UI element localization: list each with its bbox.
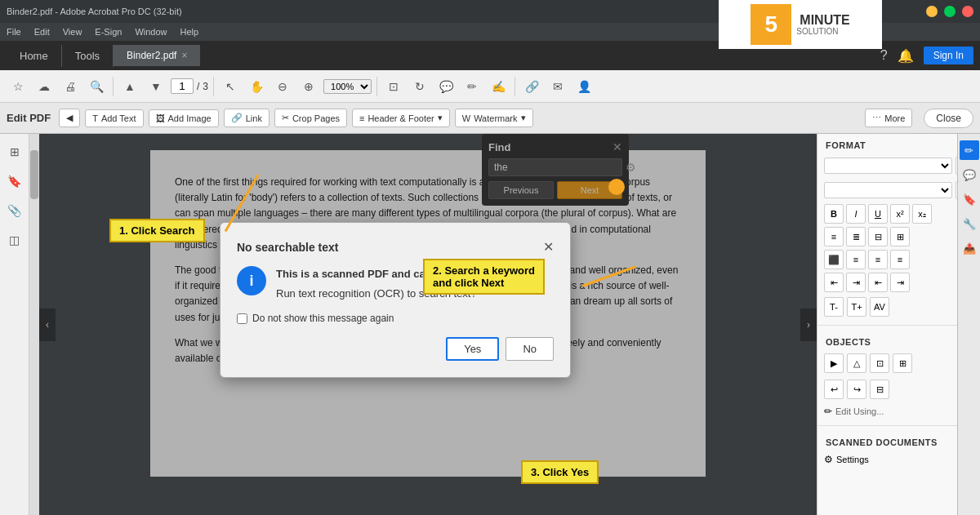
- obj-icon-6[interactable]: ↪: [847, 380, 866, 399]
- maximize-button[interactable]: [944, 6, 956, 17]
- add-image-label: Add Image: [168, 113, 212, 123]
- zoom-in-icon[interactable]: ⊕: [297, 75, 320, 98]
- draw-icon[interactable]: ✏: [461, 75, 483, 98]
- sidebar-thumbnail-icon[interactable]: ⊞: [3, 140, 26, 163]
- rs-icon-bookmark[interactable]: 🔖: [960, 189, 979, 209]
- minimize-button[interactable]: [926, 6, 938, 17]
- rotate-icon[interactable]: ↻: [408, 75, 431, 98]
- align-center-button[interactable]: ≡: [846, 250, 866, 269]
- sidebar-attachment-icon[interactable]: 📎: [3, 199, 26, 222]
- comment-icon[interactable]: 💬: [434, 75, 457, 98]
- modal-yes-button[interactable]: Yes: [446, 337, 499, 361]
- save-icon[interactable]: ☁: [33, 75, 56, 98]
- link-button[interactable]: 🔗 Link: [224, 109, 270, 127]
- menu-help[interactable]: Help: [180, 27, 199, 37]
- tab-file[interactable]: Binder2.pdf ×: [114, 45, 200, 66]
- scroll-thumb[interactable]: [30, 150, 38, 199]
- next-page-icon[interactable]: ▼: [145, 75, 167, 98]
- list-style3-button[interactable]: ⊞: [890, 227, 910, 246]
- sign-in-button[interactable]: Sign In: [924, 47, 973, 64]
- indent-increase-button[interactable]: ⇥: [846, 273, 866, 292]
- menu-edit[interactable]: Edit: [34, 27, 50, 37]
- crop-pages-button[interactable]: ✂ Crop Pages: [274, 109, 347, 127]
- tab-bar-right: ? 🔔 Sign In: [880, 47, 973, 64]
- scroll-bar[interactable]: [29, 134, 39, 515]
- watermark-button[interactable]: W Watermark ▾: [455, 109, 533, 127]
- tab-file-close[interactable]: ×: [181, 50, 187, 61]
- obj-icon-3[interactable]: ⊡: [870, 353, 889, 373]
- numbered-list-button[interactable]: ≣: [846, 227, 866, 246]
- edit-back-button[interactable]: ◀ ◀: [59, 109, 80, 127]
- edit-using-label[interactable]: Edit Using...: [835, 406, 884, 416]
- rs-icon-share[interactable]: 📤: [960, 238, 979, 258]
- font-size-decrease-button[interactable]: T-: [824, 297, 844, 317]
- subscript-button[interactable]: x₂: [912, 204, 932, 224]
- font-size-increase-button[interactable]: T+: [847, 297, 866, 317]
- indent-row: ⇤ ⇥ ⇤ ⇥: [817, 271, 980, 294]
- obj-icon-7[interactable]: ⊟: [870, 380, 889, 399]
- email-icon[interactable]: ✉: [546, 75, 569, 98]
- tab-tools[interactable]: Tools: [62, 45, 114, 67]
- add-image-icon: 🖼: [156, 113, 165, 123]
- modal-info-icon: i: [237, 266, 266, 295]
- font-family-select[interactable]: [824, 158, 952, 174]
- align-right-button[interactable]: ≡: [868, 250, 888, 269]
- hand-tool-icon[interactable]: ✋: [245, 75, 268, 98]
- obj-icon-5[interactable]: ↩: [824, 380, 844, 399]
- add-text-button[interactable]: T Add Text: [85, 109, 143, 127]
- close-edit-button[interactable]: Close: [924, 109, 973, 128]
- page-number-input[interactable]: [171, 78, 194, 94]
- settings-label[interactable]: Settings: [836, 455, 869, 464]
- bold-button[interactable]: B: [824, 204, 844, 224]
- menu-window[interactable]: Window: [135, 27, 167, 37]
- auto-size-button[interactable]: AV: [870, 297, 889, 317]
- link-chain-icon[interactable]: 🔗: [520, 75, 543, 98]
- justify-button[interactable]: ≡: [890, 250, 910, 269]
- help-icon[interactable]: ?: [880, 48, 888, 63]
- menu-file[interactable]: File: [7, 27, 21, 37]
- obj-icon-4[interactable]: ⊞: [893, 353, 912, 373]
- notification-icon[interactable]: 🔔: [898, 48, 914, 64]
- obj-icon-1[interactable]: ▶: [824, 353, 844, 373]
- modal-close-button[interactable]: ✕: [543, 239, 554, 255]
- more-label: More: [884, 113, 905, 123]
- main-area: ⊞ 🔖 📎 ◫ ‹ One of the first things requir…: [0, 134, 980, 515]
- indent-decrease-button[interactable]: ⇤: [824, 273, 844, 292]
- sidebar-layers-icon[interactable]: ◫: [3, 229, 26, 251]
- rs-icon-comment[interactable]: 💬: [960, 165, 979, 184]
- add-image-button[interactable]: 🖼 Add Image: [149, 109, 219, 127]
- rs-icon-tools[interactable]: 🔧: [960, 214, 979, 233]
- italic-button[interactable]: I: [846, 204, 866, 224]
- font-size-select[interactable]: [824, 182, 952, 198]
- menu-view[interactable]: View: [63, 27, 82, 37]
- bookmark-star-icon[interactable]: ☆: [7, 75, 29, 98]
- superscript-button[interactable]: x²: [890, 204, 910, 224]
- indent-style2-button[interactable]: ⇤: [868, 273, 888, 292]
- indent-style3-button[interactable]: ⇥: [890, 273, 910, 292]
- modal-no-button[interactable]: No: [506, 337, 554, 361]
- bullet-list-button[interactable]: ≡: [824, 227, 844, 246]
- cursor-tool-icon[interactable]: ↖: [219, 75, 242, 98]
- fit-page-icon[interactable]: ⊡: [382, 75, 405, 98]
- menu-esign[interactable]: E-Sign: [95, 27, 122, 37]
- search-icon[interactable]: 🔍: [85, 75, 108, 98]
- toolbar-separator-4: [514, 77, 515, 96]
- modal-checkbox[interactable]: [237, 313, 247, 324]
- zoom-select[interactable]: 100% 75% 50% 125% 150%: [323, 79, 372, 94]
- window-close-button[interactable]: [962, 6, 973, 17]
- sidebar-bookmark-icon[interactable]: 🔖: [3, 170, 26, 193]
- obj-icon-2[interactable]: △: [847, 353, 866, 373]
- zoom-out-icon[interactable]: ⊖: [271, 75, 294, 98]
- share-icon[interactable]: 👤: [572, 75, 595, 98]
- underline-button[interactable]: U: [868, 204, 888, 224]
- align-left-button[interactable]: ⬛: [824, 250, 844, 269]
- more-button[interactable]: ⋯ More: [865, 109, 912, 127]
- rs-icon-edit[interactable]: ✏: [960, 140, 979, 160]
- tab-home[interactable]: Home: [7, 45, 62, 67]
- highlight-icon[interactable]: ✍: [487, 75, 510, 98]
- list-style2-button[interactable]: ⊟: [868, 227, 888, 246]
- print-icon[interactable]: 🖨: [59, 75, 82, 98]
- cursor-dot: [608, 179, 625, 195]
- header-footer-button[interactable]: ≡ Header & Footer ▾: [352, 109, 450, 127]
- prev-page-icon[interactable]: ▲: [118, 75, 141, 98]
